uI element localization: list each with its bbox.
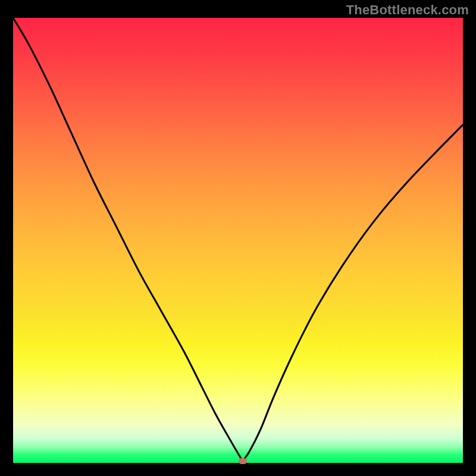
- optimum-marker: [239, 458, 247, 464]
- watermark-text: TheBottleneck.com: [346, 2, 469, 18]
- chart-curve: [13, 18, 463, 463]
